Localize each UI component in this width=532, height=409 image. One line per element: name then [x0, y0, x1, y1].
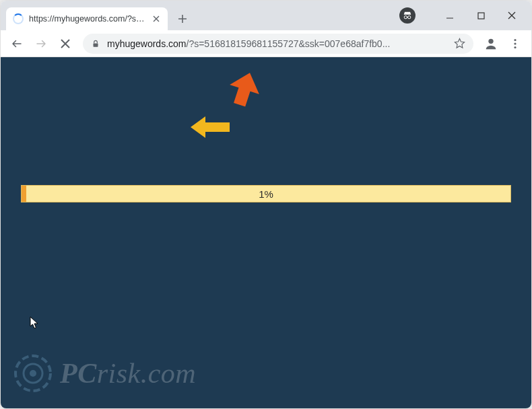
browser-tab[interactable]: https://myhugewords.com/?s=51 — [6, 7, 168, 30]
maximize-icon — [477, 12, 485, 20]
bookmark-star-icon[interactable] — [454, 38, 465, 49]
svg-rect-3 — [94, 43, 98, 46]
url-domain: myhugewords.com — [107, 38, 187, 49]
new-tab-button[interactable] — [173, 9, 192, 28]
forward-button[interactable] — [30, 33, 52, 54]
kebab-menu-icon — [510, 38, 521, 49]
mouse-cursor-icon — [30, 316, 39, 330]
svg-point-6 — [514, 42, 516, 44]
maximize-button[interactable] — [465, 5, 496, 26]
close-icon — [508, 11, 516, 20]
close-icon — [153, 15, 160, 22]
watermark-logo-icon — [13, 353, 53, 394]
annotation-arrow-up — [228, 72, 261, 107]
plus-icon — [178, 14, 187, 24]
profile-icon — [484, 36, 498, 51]
minimize-button[interactable] — [434, 5, 465, 26]
minimize-icon — [446, 11, 454, 20]
stop-reload-button[interactable] — [55, 33, 76, 54]
toolbar: myhugewords.com/?s=516818159681155727&ss… — [1, 30, 531, 57]
svg-point-5 — [514, 38, 516, 40]
page-content: 1% PCrisk.com — [1, 57, 531, 408]
watermark-suffix: risk.com — [97, 358, 196, 389]
svg-point-4 — [488, 38, 493, 43]
back-arrow-icon — [11, 38, 23, 50]
svg-point-1 — [408, 16, 411, 19]
watermark-text: PCrisk.com — [60, 357, 196, 389]
svg-point-10 — [30, 370, 36, 377]
lock-icon — [91, 39, 100, 48]
stop-icon — [60, 38, 71, 49]
back-button[interactable] — [6, 33, 28, 54]
menu-button[interactable] — [504, 33, 526, 54]
watermark-prefix: PC — [60, 358, 97, 389]
tab-strip: https://myhugewords.com/?s=51 — [1, 1, 531, 30]
url-text: myhugewords.com/?s=516818159681155727&ss… — [107, 38, 447, 49]
progress-bar: 1% — [21, 185, 511, 202]
profile-button[interactable] — [480, 33, 502, 54]
tab-title: https://myhugewords.com/?s=51 — [29, 14, 147, 24]
window-controls — [434, 1, 527, 30]
annotation-arrow-left — [191, 116, 230, 138]
svg-rect-2 — [478, 13, 484, 19]
loading-spinner-icon — [13, 13, 24, 24]
incognito-badge — [399, 7, 415, 24]
progress-fill — [22, 186, 26, 202]
incognito-icon — [402, 10, 413, 21]
url-path: /?s=516818159681155727&ssk=007e68af7fb0.… — [187, 38, 391, 49]
browser-window: https://myhugewords.com/?s=51 — [1, 1, 531, 408]
tab-close-button[interactable] — [152, 14, 161, 24]
address-bar[interactable]: myhugewords.com/?s=516818159681155727&ss… — [83, 34, 473, 54]
svg-point-0 — [404, 16, 407, 19]
watermark: PCrisk.com — [13, 353, 196, 394]
svg-point-7 — [514, 46, 516, 48]
progress-label: 1% — [259, 188, 273, 200]
window-close-button[interactable] — [496, 5, 527, 26]
forward-arrow-icon — [35, 38, 47, 50]
